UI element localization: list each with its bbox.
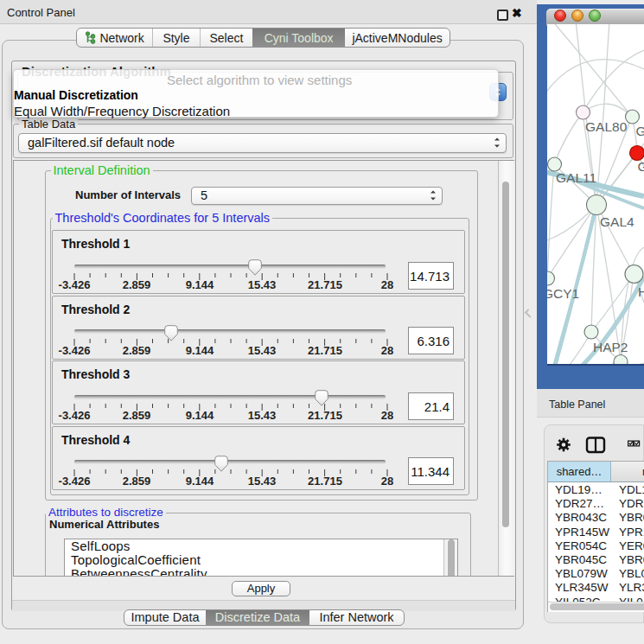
svg-text:GA: GA (636, 124, 644, 138)
svg-text:HAP2: HAP2 (593, 340, 628, 354)
svg-text:GAL4: GAL4 (600, 214, 634, 229)
svg-text:GA: GA (638, 159, 644, 174)
svg-text:HI: HI (638, 284, 644, 299)
svg-text:GCY1: GCY1 (547, 286, 579, 301)
svg-text:GAL80: GAL80 (585, 119, 628, 134)
svg-text:GAL11: GAL11 (556, 170, 596, 185)
